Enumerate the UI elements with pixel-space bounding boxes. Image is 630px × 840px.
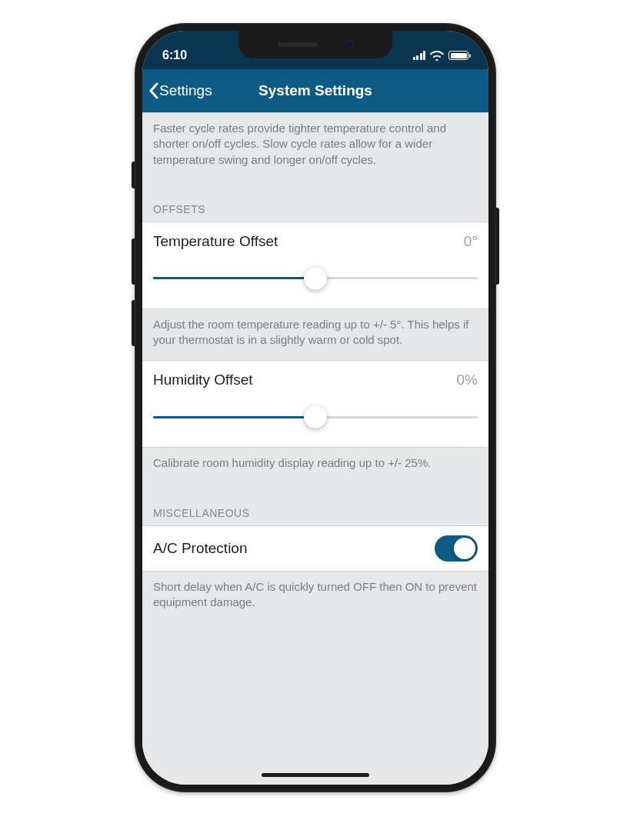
back-label: Settings	[159, 82, 212, 99]
nav-bar: Settings System Settings	[142, 69, 488, 112]
cellular-icon	[413, 51, 426, 60]
humidity-offset-label: Humidity Offset	[153, 372, 253, 388]
phone-screen: 6:10 Settings System Settings	[142, 31, 488, 785]
section-header-misc: MISCELLANEOUS	[142, 484, 488, 525]
humidity-offset-slider[interactable]	[153, 405, 478, 428]
ac-protection-help: Short delay when A/C is quickly turned O…	[142, 572, 488, 623]
phone-notch	[238, 31, 392, 58]
slider-fill	[153, 416, 315, 418]
slider-thumb[interactable]	[304, 405, 327, 428]
ac-protection-cell: A/C Protection	[142, 525, 488, 572]
humidity-offset-value: 0%	[457, 372, 478, 388]
slider-thumb[interactable]	[304, 267, 327, 290]
humidity-offset-help: Calibrate room humidity display reading …	[142, 448, 488, 483]
ac-protection-label: A/C Protection	[153, 540, 248, 557]
chevron-left-icon	[148, 82, 159, 99]
ac-protection-toggle[interactable]	[435, 535, 478, 562]
status-time: 6:10	[162, 48, 187, 62]
content-scroll[interactable]: Faster cycle rates provide tighter tempe…	[142, 112, 488, 785]
page-title: System Settings	[258, 82, 372, 99]
temperature-offset-value: 0°	[464, 233, 478, 250]
home-indicator[interactable]	[262, 773, 369, 777]
slider-fill	[153, 277, 315, 279]
cycle-rate-help: Faster cycle rates provide tighter tempe…	[142, 113, 488, 180]
humidity-offset-cell: Humidity Offset 0%	[142, 360, 488, 448]
temperature-offset-cell: Temperature Offset 0°	[142, 222, 488, 309]
temperature-offset-help: Adjust the room temperature reading up t…	[142, 309, 488, 361]
back-button[interactable]: Settings	[148, 82, 212, 99]
temperature-offset-slider[interactable]	[153, 267, 478, 290]
temperature-offset-label: Temperature Offset	[153, 233, 278, 250]
section-header-offsets: OFFSETS	[142, 180, 488, 222]
switch-knob	[454, 538, 475, 559]
phone-frame: 6:10 Settings System Settings	[135, 23, 496, 792]
battery-icon	[448, 51, 468, 60]
wifi-icon	[430, 51, 444, 61]
